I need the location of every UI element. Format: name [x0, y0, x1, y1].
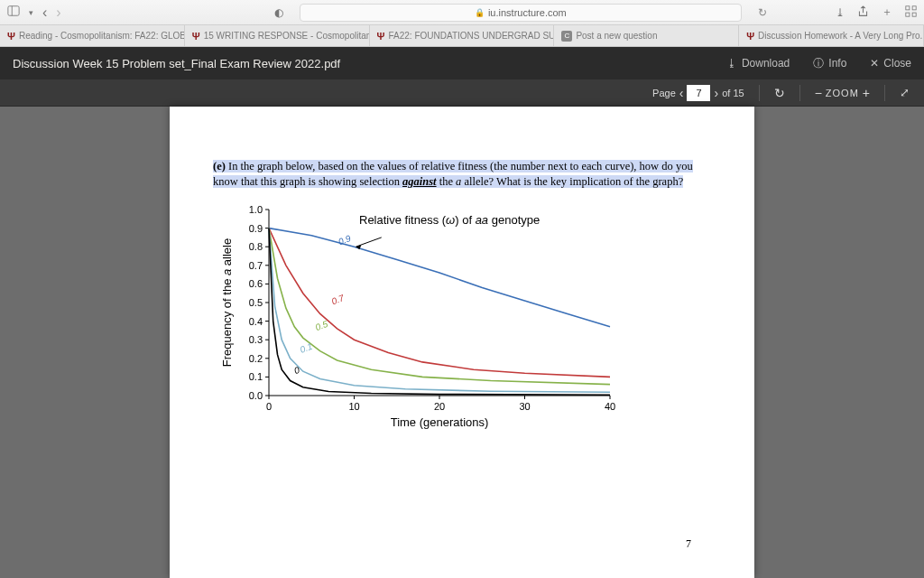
svg-text:0.5: 0.5: [249, 297, 263, 308]
chart: 0.00.10.20.30.40.50.60.70.80.91.00102030…: [213, 199, 711, 437]
zoom-label: ZOOM: [826, 88, 859, 98]
browser-nav: ▾ ‹ ›: [7, 5, 61, 21]
close-icon: ✕: [870, 57, 879, 70]
info-icon: ⓘ: [813, 56, 824, 71]
psi-icon: Ψ: [746, 31, 754, 42]
page-label: Page: [652, 88, 676, 98]
svg-rect-2: [906, 5, 910, 9]
shield-icon[interactable]: ◐: [274, 6, 283, 19]
share-icon[interactable]: [857, 5, 869, 20]
next-page-button[interactable]: ›: [714, 86, 718, 100]
svg-text:10: 10: [348, 401, 359, 412]
svg-text:1.0: 1.0: [249, 204, 263, 215]
psi-icon: Ψ: [377, 31, 385, 42]
tab-label: Reading - Cosmopolitanism: FA22: GLOB...: [19, 31, 185, 41]
reload-icon[interactable]: ↻: [758, 6, 767, 19]
zoom-out-button[interactable]: −: [815, 86, 822, 100]
tab-1[interactable]: Ψ15 WRITING RESPONSE - Cosmopolitani...: [185, 25, 370, 46]
tab-2[interactable]: ΨFA22: FOUNDATIONS UNDERGRAD SUC...: [370, 25, 555, 46]
tab-0[interactable]: ΨReading - Cosmopolitanism: FA22: GLOB..…: [0, 25, 185, 46]
svg-rect-0: [8, 6, 19, 16]
tab-strip: ΨReading - Cosmopolitanism: FA22: GLOB..…: [0, 25, 924, 47]
lock-icon: 🔒: [475, 8, 485, 17]
page-number: 7: [686, 537, 691, 551]
forward-button[interactable]: ›: [56, 5, 60, 21]
svg-text:0.1: 0.1: [249, 371, 263, 382]
zoom-controls: − ZOOM +: [815, 86, 870, 100]
new-tab-icon[interactable]: ＋: [882, 5, 892, 20]
pdf-toolbar: Page ‹ 7 › of 15 ↻ − ZOOM + ⤢: [0, 79, 924, 107]
tab-label: Post a new question: [576, 31, 657, 41]
dropdown-icon[interactable]: ▾: [29, 8, 33, 17]
document-title: Discussion Week 15 Problem set_Final Exa…: [13, 57, 340, 70]
svg-text:Time (generations): Time (generations): [391, 415, 489, 429]
question-text: (e) In the graph below, based on the val…: [213, 159, 711, 190]
svg-text:0.0: 0.0: [249, 390, 263, 401]
zoom-in-button[interactable]: +: [863, 86, 870, 100]
svg-text:0.1: 0.1: [299, 340, 314, 354]
pdf-page: (e) In the graph below, based on the val…: [170, 107, 754, 578]
svg-text:0.9: 0.9: [337, 233, 352, 247]
svg-text:0: 0: [292, 364, 300, 375]
svg-text:40: 40: [605, 401, 615, 412]
svg-text:0.9: 0.9: [249, 222, 263, 233]
svg-text:0.4: 0.4: [249, 315, 263, 326]
svg-rect-3: [912, 5, 916, 9]
psi-icon: Ψ: [192, 31, 200, 42]
viewer-stage: (e) In the graph below, based on the val…: [0, 107, 924, 578]
svg-text:0.7: 0.7: [330, 293, 346, 306]
svg-text:30: 30: [519, 401, 530, 412]
tab-label: FA22: FOUNDATIONS UNDERGRAD SUC...: [389, 31, 555, 41]
psi-icon: Ψ: [7, 31, 15, 42]
svg-text:0: 0: [266, 401, 272, 412]
tab-4[interactable]: ΨDiscussion Homework - A Very Long Pro..…: [739, 25, 924, 46]
page-number-input[interactable]: 7: [687, 85, 710, 101]
download-icon: ⭳: [726, 57, 737, 70]
close-button[interactable]: ✕Close: [870, 57, 911, 70]
back-button[interactable]: ‹: [42, 5, 47, 21]
tab-label: 15 WRITING RESPONSE - Cosmopolitani...: [204, 31, 370, 41]
page-nav: Page ‹ 7 › of 15: [652, 85, 744, 101]
svg-text:0.2: 0.2: [249, 353, 263, 364]
svg-text:20: 20: [434, 401, 445, 412]
url-bar[interactable]: 🔒 iu.instructure.com: [300, 4, 742, 22]
svg-text:0.8: 0.8: [249, 241, 263, 252]
svg-text:Frequency of the a allele: Frequency of the a allele: [220, 238, 234, 367]
url-text: iu.instructure.com: [488, 7, 567, 18]
svg-rect-5: [912, 13, 916, 16]
c-icon: C: [561, 31, 572, 42]
svg-text:Relative fitness (ω) of aa gen: Relative fitness (ω) of aa genotype: [359, 213, 540, 227]
prev-page-button[interactable]: ‹: [679, 86, 684, 100]
rotate-button[interactable]: ↻: [774, 86, 785, 100]
svg-text:0.3: 0.3: [249, 334, 263, 345]
svg-rect-4: [906, 13, 910, 16]
svg-text:0.7: 0.7: [249, 260, 263, 271]
tab-label: Discussion Homework - A Very Long Pro...: [758, 31, 924, 41]
download-icon[interactable]: ⤓: [836, 6, 845, 19]
sidebar-toggle-icon[interactable]: [7, 5, 20, 20]
page-total: of 15: [722, 88, 744, 98]
download-button[interactable]: ⭳Download: [726, 57, 790, 70]
svg-line-48: [356, 238, 381, 247]
viewer-header: Discussion Week 15 Problem set_Final Exa…: [0, 47, 924, 79]
fullscreen-button[interactable]: ⤢: [900, 86, 910, 99]
svg-text:0.6: 0.6: [249, 278, 263, 289]
tabs-icon[interactable]: [905, 5, 917, 20]
tab-3[interactable]: CPost a new question: [554, 25, 739, 46]
browser-chrome: ▾ ‹ › ◐ 🔒 iu.instructure.com ↻ ⤓ ＋: [0, 0, 924, 25]
info-button[interactable]: ⓘInfo: [813, 56, 846, 71]
